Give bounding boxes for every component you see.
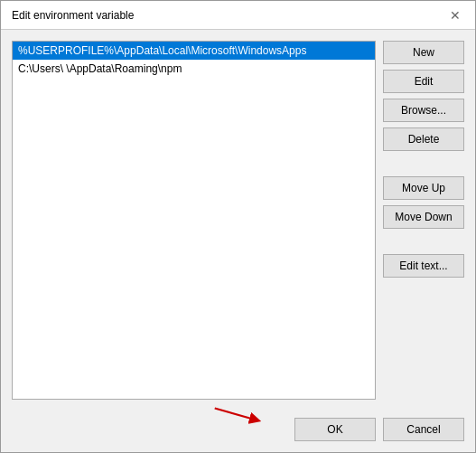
- dialog-body: %USERPROFILE%\AppData\Local\Microsoft\Wi…: [1, 30, 475, 411]
- list-item[interactable]: [13, 114, 375, 132]
- list-item[interactable]: [13, 295, 375, 313]
- move-up-button[interactable]: Move Up: [383, 176, 464, 200]
- list-item[interactable]: [13, 259, 375, 277]
- browse-button[interactable]: Browse...: [383, 99, 464, 122]
- delete-button[interactable]: Delete: [383, 127, 464, 151]
- close-button[interactable]: ✕: [446, 6, 464, 24]
- list-item[interactable]: [13, 132, 375, 150]
- list-item[interactable]: [13, 204, 375, 222]
- edit-env-var-dialog: Edit environment variable ✕ %USERPROFILE…: [0, 0, 476, 453]
- list-item[interactable]: [13, 78, 375, 96]
- cancel-button[interactable]: Cancel: [383, 418, 464, 441]
- new-button[interactable]: New: [383, 41, 464, 64]
- list-item[interactable]: [13, 241, 375, 259]
- move-down-button[interactable]: Move Down: [383, 205, 464, 229]
- list-item[interactable]: [13, 277, 375, 295]
- title-bar: Edit environment variable ✕: [1, 1, 475, 30]
- arrow-indicator: [211, 401, 266, 431]
- edit-text-button[interactable]: Edit text...: [383, 254, 464, 278]
- ok-button[interactable]: OK: [294, 418, 376, 441]
- env-var-list[interactable]: %USERPROFILE%\AppData\Local\Microsoft\Wi…: [12, 41, 376, 400]
- list-item[interactable]: [13, 168, 375, 186]
- dialog-title: Edit environment variable: [12, 9, 134, 22]
- list-item[interactable]: %USERPROFILE%\AppData\Local\Microsoft\Wi…: [13, 42, 375, 60]
- list-item[interactable]: C:\Users\ \AppData\Roaming\npm: [13, 60, 375, 78]
- list-item[interactable]: [13, 96, 375, 114]
- list-item[interactable]: [13, 222, 375, 241]
- buttons-panel: New Edit Browse... Delete Move Up Move D…: [383, 41, 464, 400]
- list-item[interactable]: [13, 186, 375, 204]
- dialog-footer: OK Cancel: [1, 411, 475, 452]
- svg-line-1: [214, 409, 255, 420]
- edit-button[interactable]: Edit: [383, 70, 464, 93]
- list-item[interactable]: [13, 150, 375, 168]
